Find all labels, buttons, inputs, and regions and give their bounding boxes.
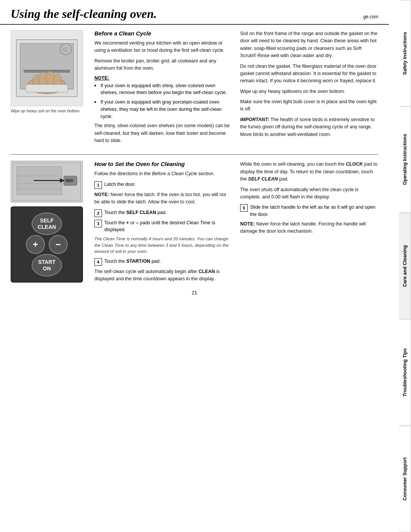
cleaning-para2: The oven shuts off automatically when th… [240,186,378,201]
right-para5: IMPORTANT: The health of some birds is e… [240,116,378,138]
step-5-row: 5 Slide the latch handle to the left as … [240,204,378,218]
step-1-text: Latch the door. [104,181,233,188]
side-tab-consumer[interactable]: Consumer Support [399,426,411,532]
latch-svg [11,161,83,203]
step-2-text: Touch the SELF CLEAN pad. [104,209,233,216]
svg-text:G: G [63,47,67,53]
start-on-button-display: START ON [32,254,62,276]
step-1-num: 1 [94,181,102,189]
side-tab-troubleshooting[interactable]: Troubleshooting Tips [399,319,411,425]
svg-rect-2 [24,70,70,72]
step-2-num: 2 [94,209,102,217]
step4-after-text: The self-clean cycle will automatically … [94,268,233,283]
italic-note: The Clean Time is normally 4 hours and 2… [94,236,233,255]
side-tab-safety[interactable]: Safety Instructions [399,0,411,106]
step-1-row: 1 Latch the door. [94,181,233,189]
self-clean-button-display: SELF CLEAN [32,212,62,235]
note5-text: Never force the latch handle. Forcing th… [240,221,366,234]
top-section: G Wipe up heavy soil on the oven bottom.… [11,25,378,155]
plus-button-display: + [26,235,45,254]
side-tab-troubleshooting-label: Troubleshooting Tips [402,348,408,397]
step-5-num: 5 [240,204,248,212]
top-left-image-area: G Wipe up heavy soil on the oven bottom. [11,30,87,147]
bottom-right-content: How to Set the Oven for Cleaning Follow … [94,161,378,286]
top-right-content: Before a Clean Cycle We recommend ventin… [94,30,378,147]
right-para3: Wipe up any heavy spillovers on the oven… [240,88,378,95]
step-3-num: 3 [94,220,102,227]
cleaning-notes-col: While the oven is self-cleaning, you can… [240,161,378,286]
bottom-section: SELF CLEAN + − START ON [11,155,378,286]
page-title: Using the self-cleaning oven. [11,7,157,21]
before-clean-para3: The shiny, silver-colored oven shelves (… [94,122,233,144]
side-tab-safety-label: Safety Instructions [402,32,408,75]
before-clean-para1: We recommend venting your kitchen with a… [94,40,233,54]
step-3-row: 3 Touch the + or – pads until the desire… [94,219,233,234]
step1-note-label: NOTE: [94,192,109,197]
side-tab-operating-label: Operating Instructions [402,134,408,185]
button-control-diagram: SELF CLEAN + − START ON [11,206,83,283]
step-4-row: 4 Touch the START/ON pad. [94,258,233,266]
start-line2: ON [43,265,51,272]
bottom-left-diagrams: SELF CLEAN + − START ON [11,161,87,286]
website-label: ge.com [363,14,378,21]
step1-note-text: Never force the latch. If the oven is to… [94,192,226,204]
start-line1: START [38,259,56,265]
step-4-num: 4 [94,258,102,266]
self-clean-line2: CLEAN [38,224,56,230]
svg-rect-15 [65,179,73,182]
step1-note: NOTE: Never force the latch. If the oven… [94,191,233,206]
cleaning-para1: While the oven is self-cleaning, you can… [240,161,378,183]
side-tab-operating[interactable]: Operating Instructions [399,106,411,212]
step-5-text: Slide the latch handle to the left as fa… [250,204,378,218]
page-header: Using the self-cleaning oven. ge.com [0,0,389,25]
image-caption: Wipe up heavy soil on the oven bottom. [11,109,83,114]
note5: NOTE: Never force the latch handle. Forc… [240,220,378,235]
important-label: IMPORTANT: [240,117,269,122]
right-para4: Make sure the oven light bulb cover is i… [240,98,378,113]
right-para1: Soil on the front frame of the range and… [240,30,378,60]
right-notes-col: Soil on the front frame of the range and… [240,30,378,147]
step-3-text: Touch the + or – pads until the desired … [104,219,233,234]
bullet-item-2: If your oven is equipped with gray porce… [94,99,233,120]
side-tab-care[interactable]: Care and Cleaning [399,213,411,319]
side-tab-consumer-label: Consumer Support [402,457,408,500]
right-para2: Do not clean the gasket. The fiberglass … [240,63,378,85]
how-to-set-heading: How to Set the Oven for Cleaning [94,161,233,167]
before-clean-heading: Before a Clean Cycle [94,30,233,37]
latch-diagram [11,161,83,203]
before-clean-para2: Remove the broiler pan, broiler grid, al… [94,58,233,72]
note-label: NOTE: [94,75,233,81]
self-clean-line1: SELF [40,217,54,224]
svg-rect-9 [26,85,68,92]
side-tabs: Safety Instructions Operating Instructio… [389,0,411,532]
note5-label: NOTE: [240,221,255,227]
before-clean-col: Before a Clean Cycle We recommend ventin… [94,30,233,147]
how-to-set-col: How to Set the Oven for Cleaning Follow … [94,161,233,286]
how-to-set-intro: Follow the directions in the Before a Cl… [94,170,233,177]
step-4-text: Touch the START/ON pad. [104,258,233,265]
oven-image: G [11,30,83,106]
plus-minus-row: + − [26,235,68,254]
side-tab-care-label: Care and Cleaning [402,245,408,287]
oven-illustration: G [13,32,81,104]
page-number: 21 [11,286,378,298]
step-2-row: 2 Touch the SELF CLEAN pad. [94,209,233,217]
bullet-item-1: If your oven is equipped with shiny, sil… [94,82,233,97]
minus-button-display: − [49,235,68,254]
